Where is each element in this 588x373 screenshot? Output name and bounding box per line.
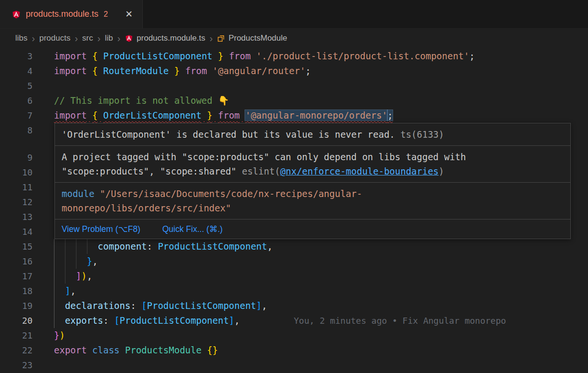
line-number[interactable]: 14 — [0, 224, 32, 239]
eslint-message-line2: "scope:products", "scope:shared" eslint(… — [62, 164, 564, 178]
eslint-message-line1: A project tagged with "scope:products" c… — [62, 150, 564, 164]
ts-message-text: 'OrderListComponent' is declared but its… — [62, 129, 395, 140]
angular-icon — [11, 10, 21, 19]
code-text: }, — [54, 254, 98, 269]
line-number[interactable]: 5 — [0, 78, 32, 93]
chevron-right-icon: › — [117, 33, 120, 43]
chevron-right-icon: › — [97, 33, 101, 43]
tab-problems-badge: 2 — [104, 10, 108, 19]
code-text: component: ProductListComponent, — [54, 239, 273, 254]
hover-ts-message: 'OrderListComponent' is declared but its… — [55, 123, 570, 145]
code-editor[interactable]: 3import { ProductListComponent } from '.… — [0, 48, 588, 373]
code-line[interactable]: 21}) — [0, 328, 588, 343]
line-number[interactable]: 10 — [0, 165, 32, 180]
hover-module-info: module "/Users/isaac/Documents/code/nx-r… — [55, 183, 570, 219]
breadcrumb-item-lib[interactable]: lib — [105, 33, 113, 43]
line-number[interactable]: 11 — [0, 180, 32, 195]
line-number[interactable]: 8 — [0, 123, 32, 138]
line-number[interactable]: 7 — [0, 108, 32, 123]
line-number[interactable]: 16 — [0, 254, 32, 269]
line-number[interactable]: 21 — [0, 328, 32, 343]
code-text: import { RouterModule } from '@angular/r… — [54, 64, 311, 78]
code-line[interactable]: 7import { OrderListComponent } from '@an… — [0, 108, 588, 123]
module-path-line1: module "/Users/isaac/Documents/code/nx-r… — [62, 186, 564, 201]
code-line[interactable]: 22export class ProductsModule {} — [0, 343, 588, 358]
code-text: }) — [54, 328, 65, 343]
chevron-right-icon: › — [210, 33, 213, 43]
line-number[interactable]: 3 — [0, 49, 32, 64]
code-line[interactable]: 15 component: ProductListComponent, — [0, 239, 588, 254]
code-text: exports: [ProductListComponent], — [54, 313, 240, 328]
code-line[interactable]: 20 exports: [ProductListComponent],You, … — [0, 313, 588, 328]
code-line[interactable]: 3import { ProductListComponent } from '.… — [0, 49, 588, 64]
code-line[interactable]: 19 declarations: [ProductListComponent], — [0, 298, 588, 313]
tab-title: products.module.ts — [26, 9, 98, 19]
line-number[interactable]: 18 — [0, 284, 32, 298]
module-path-line2: monorepo/libs/orders/src/index" — [62, 201, 564, 215]
breadcrumb-item-symbol[interactable]: ProductsModule — [217, 33, 287, 43]
line-number[interactable]: 13 — [0, 209, 32, 224]
view-problem-action[interactable]: View Problem (⌥F8) — [62, 223, 140, 235]
code-line[interactable]: 4import { RouterModule } from '@angular/… — [0, 64, 588, 78]
code-line[interactable]: 23 — [0, 358, 588, 373]
code-text: ]), — [54, 269, 92, 284]
module-path-text1: "/Users/isaac/Documents/code/nx-recipes/… — [95, 188, 363, 199]
module-keyword: module — [62, 188, 95, 199]
ts-error-code: ts(6133) — [400, 129, 444, 140]
hover-eslint-message: A project tagged with "scope:products" c… — [55, 146, 570, 182]
eslint-message-line2-text: "scope:products", "scope:shared" — [62, 166, 236, 176]
eslint-source-suffix: ) — [438, 166, 444, 176]
close-icon[interactable]: ✕ — [125, 9, 133, 20]
breadcrumb-symbol-label: ProductsModule — [228, 33, 287, 43]
eslint-rule-link[interactable]: @nx/enforce-module-boundaries — [280, 166, 439, 176]
breadcrumb: libs › products › src › lib › products.m… — [0, 29, 588, 48]
code-line[interactable]: 6// This import is not allowed 👇 — [0, 93, 588, 108]
tab-bar: products.module.ts 2 ✕ — [0, 0, 588, 29]
code-line[interactable]: 17 ]), — [0, 269, 588, 284]
eslint-source-prefix: eslint( — [236, 166, 280, 176]
code-text: // This import is not allowed 👇 — [54, 93, 229, 108]
line-number[interactable]: 6 — [0, 93, 32, 108]
git-blame-annotation: You, 2 minutes ago • Fix Angular monorep… — [294, 313, 506, 328]
chevron-right-icon: › — [32, 33, 35, 43]
hover-popup: 'OrderListComponent' is declared but its… — [54, 123, 571, 239]
class-icon — [217, 34, 225, 43]
tab-products-module[interactable]: products.module.ts 2 ✕ — [0, 0, 143, 28]
angular-icon — [125, 34, 133, 43]
hover-actions: View Problem (⌥F8) Quick Fix... (⌘.) — [55, 219, 570, 239]
code-text: import { ProductListComponent } from './… — [54, 49, 475, 64]
code-text: ], — [54, 284, 76, 298]
code-text: import { OrderListComponent } from '@ang… — [54, 108, 393, 123]
line-number[interactable]: 12 — [0, 195, 32, 209]
breadcrumb-item-file[interactable]: products.module.ts — [125, 33, 205, 43]
line-number[interactable]: 9 — [0, 150, 32, 165]
line-number[interactable]: 17 — [0, 269, 32, 284]
code-text: declarations: [ProductListComponent], — [54, 298, 267, 313]
breadcrumb-item-src[interactable]: src — [82, 33, 93, 43]
line-number[interactable]: 19 — [0, 298, 32, 313]
module-path-text2: monorepo/libs/orders/src/index" — [62, 203, 231, 213]
line-number[interactable]: 23 — [0, 358, 32, 373]
line-number[interactable]: 22 — [0, 343, 32, 358]
line-number[interactable]: 20 — [0, 313, 32, 328]
code-line[interactable]: 5 — [0, 78, 588, 93]
code-text: export class ProductsModule {} — [54, 343, 218, 358]
code-line[interactable]: 16 }, — [0, 254, 588, 269]
line-number[interactable]: 15 — [0, 239, 32, 254]
breadcrumb-file-label: products.module.ts — [137, 33, 205, 43]
code-line[interactable]: 18 ], — [0, 284, 588, 298]
quick-fix-action[interactable]: Quick Fix... (⌘.) — [162, 223, 223, 235]
chevron-right-icon: › — [75, 33, 78, 43]
breadcrumb-item-products[interactable]: products — [39, 33, 70, 43]
breadcrumb-item-libs[interactable]: libs — [15, 33, 28, 43]
line-number[interactable]: 4 — [0, 64, 32, 78]
